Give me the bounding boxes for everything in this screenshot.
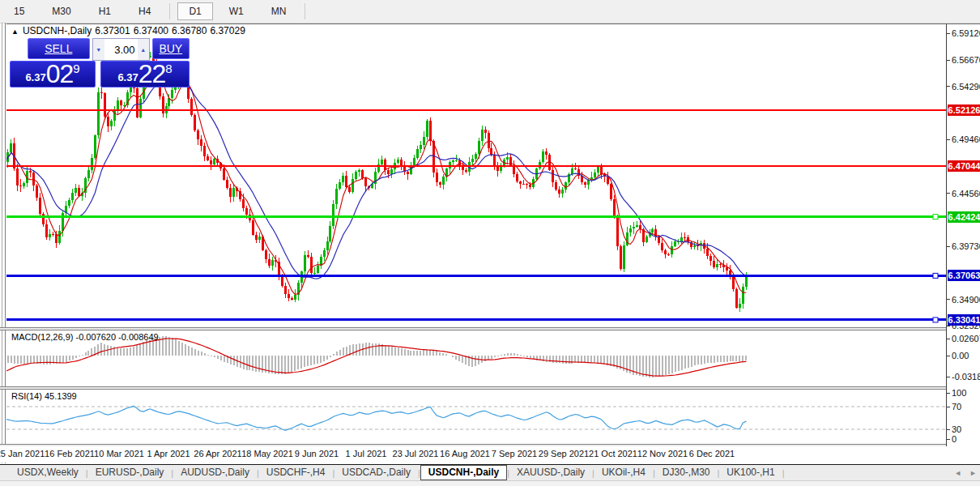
date-label: 12 Nov 2021 bbox=[637, 449, 688, 458]
sell-button[interactable]: SELL bbox=[28, 38, 90, 59]
collapse-chart-icon[interactable]: ▲ bbox=[11, 28, 19, 36]
date-axis[interactable]: 25 Jan 202116 Feb 202110 Mar 20211 Apr 2… bbox=[0, 446, 980, 463]
price-tick-label: 6.49460 bbox=[952, 134, 980, 144]
price-tick-label: 6.39730 bbox=[952, 241, 980, 251]
rsi-pane[interactable]: RSI(14) 45.1399 bbox=[6, 390, 946, 444]
level-badge-6.37063: 6.37063 bbox=[948, 270, 980, 281]
rsi-tick-label: 70 bbox=[952, 402, 961, 411]
rsi-tick-dash bbox=[947, 429, 950, 430]
mt4-window: 15M30H1H4D1W1MN ▲USDCNH-,Daily6.373016.3… bbox=[0, 0, 980, 486]
tab-scroll-left-icon[interactable]: ◄ bbox=[954, 469, 961, 477]
tab-usdchf-h4[interactable]: USDCHF-,H4 bbox=[259, 466, 333, 480]
ohlc-high: 6.37400 bbox=[134, 25, 168, 36]
macd-tick-label: 0.00 bbox=[952, 351, 969, 360]
level-handle bbox=[933, 215, 938, 220]
macd-tick-label: 0.02607 bbox=[952, 334, 980, 343]
toolbar-separator bbox=[169, 3, 170, 19]
rsi-label: RSI(14) 45.1399 bbox=[11, 391, 77, 401]
tab-scroll-right-icon[interactable]: ► bbox=[969, 469, 977, 477]
date-label: 1 Jul 2021 bbox=[346, 449, 387, 458]
spinner-up-icon: ▲ bbox=[140, 47, 146, 53]
rsi-tick-dash bbox=[947, 393, 950, 394]
tab-xauusd-daily[interactable]: XAUUSD-,Daily bbox=[509, 466, 592, 480]
timeframe-toolbar: 15M30H1H4D1W1MN bbox=[0, 0, 980, 23]
timeframe-button-h4[interactable]: H4 bbox=[127, 2, 162, 20]
date-label: 16 Feb 2021 bbox=[45, 449, 95, 458]
buy-price-big: 22 bbox=[138, 62, 166, 86]
rsi-line bbox=[6, 407, 746, 431]
chart-title: ▲USDCNH-,Daily6.373016.374006.367806.370… bbox=[11, 25, 249, 36]
rsi-tick-label: 30 bbox=[952, 424, 961, 434]
chart-tab-bar: USDX,Weekly|EURUSD-,Daily|AUDUSD-,Daily|… bbox=[0, 465, 980, 480]
price-tick-dash bbox=[947, 86, 950, 87]
date-label: 1 Apr 2021 bbox=[147, 449, 190, 458]
price-tick-dash bbox=[947, 246, 950, 247]
date-label: 6 Dec 2021 bbox=[689, 449, 735, 458]
tab-ukoil-h4[interactable]: UKOil-,H4 bbox=[594, 466, 653, 480]
macd-indicator-name: MACD(12,26,9) bbox=[11, 332, 73, 342]
rsi-canvas[interactable] bbox=[6, 390, 946, 444]
trade-panel-top-row: SELL ▼ ▲ BUY bbox=[28, 38, 190, 59]
level-handle bbox=[933, 318, 938, 322]
date-label: 16 Aug 2021 bbox=[440, 449, 490, 458]
tab-usdcnh-daily[interactable]: USDCNH-,Daily bbox=[420, 465, 507, 480]
rsi-tick-dash bbox=[947, 439, 950, 440]
timeframe-button-mn[interactable]: MN bbox=[260, 2, 298, 20]
macd-pane[interactable]: MACD(12,26,9) -0.007620 -0.008649 bbox=[6, 330, 946, 386]
date-label: 25 Jan 2021 bbox=[0, 449, 45, 458]
rsi-tick-dash bbox=[947, 407, 950, 407]
timeframe-button-w1[interactable]: W1 bbox=[218, 2, 255, 20]
buy-price-sup: 8 bbox=[165, 63, 172, 74]
macd-tick-dash bbox=[947, 356, 950, 356]
chart-symbol-period: USDCNH-,Daily bbox=[23, 25, 92, 36]
timeframe-button-15[interactable]: 15 bbox=[2, 2, 36, 20]
price-tick-label: 6.34900 bbox=[952, 295, 980, 305]
timeframe-button-d1[interactable]: D1 bbox=[177, 2, 212, 20]
tab-eurusd-daily[interactable]: EURUSD-,Daily bbox=[88, 466, 172, 480]
toolbar-separator bbox=[305, 3, 305, 19]
level-badge-6.42424: 6.42424 bbox=[948, 211, 980, 223]
macd-tick-dash bbox=[947, 377, 950, 377]
buy-price-prefix: 6.37 bbox=[117, 70, 138, 86]
tab-list: USDX,Weekly|EURUSD-,Daily|AUDUSD-,Daily|… bbox=[0, 465, 785, 480]
ohlc-close: 6.37029 bbox=[210, 25, 245, 36]
macd-tick-dash bbox=[947, 339, 950, 339]
price-tick-dash bbox=[947, 60, 950, 61]
ohlc-low: 6.36780 bbox=[172, 25, 207, 36]
level-badge-6.47044: 6.47044 bbox=[948, 160, 980, 172]
level-badge-6.33041: 6.33041 bbox=[948, 314, 980, 326]
date-label: 29 Sep 2021 bbox=[539, 449, 589, 458]
macd-values: -0.007620 -0.008649 bbox=[75, 332, 158, 342]
date-label: 9 Jun 2021 bbox=[295, 449, 339, 458]
price-tick-dash bbox=[947, 299, 950, 300]
tab-dj30-m30[interactable]: DJ30-,M30 bbox=[655, 466, 718, 480]
timeframe-button-m30[interactable]: M30 bbox=[40, 2, 82, 20]
price-axis[interactable]: 6.591206.566706.542906.494606.445606.397… bbox=[946, 24, 980, 446]
timeframe-button-h1[interactable]: H1 bbox=[87, 2, 122, 20]
volume-decrease-button[interactable]: ▼ bbox=[93, 39, 104, 60]
buy-price-display[interactable]: 6.37228 bbox=[100, 61, 190, 87]
tab-uk100-h1[interactable]: UK100-,H1 bbox=[719, 466, 782, 480]
volume-input[interactable] bbox=[104, 39, 138, 60]
price-tick-label: 6.59120 bbox=[952, 28, 980, 38]
price-tick-dash bbox=[947, 193, 950, 194]
spinner-down-icon: ▼ bbox=[96, 47, 101, 53]
candles bbox=[6, 52, 748, 313]
trade-panel-price-row: 6.37029 6.37228 bbox=[10, 61, 190, 87]
tab-audusd-daily[interactable]: AUDUSD-,Daily bbox=[173, 466, 257, 480]
sell-price-prefix: 6.37 bbox=[25, 70, 45, 86]
sell-price-sup: 9 bbox=[73, 63, 79, 74]
level-handle bbox=[933, 273, 938, 278]
sell-price-display[interactable]: 6.37029 bbox=[10, 61, 96, 87]
price-tick-label: 6.44560 bbox=[952, 189, 980, 198]
tab-usdcad-daily[interactable]: USDCAD-,Daily bbox=[334, 466, 418, 480]
tab-separator: | bbox=[782, 468, 785, 478]
tab-usdx-weekly[interactable]: USDX,Weekly bbox=[10, 466, 86, 480]
rsi-tick-label: 100 bbox=[952, 388, 966, 398]
rsi-indicator-name: RSI(14) bbox=[11, 391, 42, 401]
main-chart-pane[interactable]: ▲USDCNH-,Daily6.373016.374006.367806.370… bbox=[6, 24, 946, 327]
chart-frame-line bbox=[5, 23, 6, 463]
rsi-value: 45.1399 bbox=[45, 391, 77, 401]
buy-button[interactable]: BUY bbox=[152, 38, 190, 59]
volume-increase-button[interactable]: ▲ bbox=[138, 39, 149, 60]
